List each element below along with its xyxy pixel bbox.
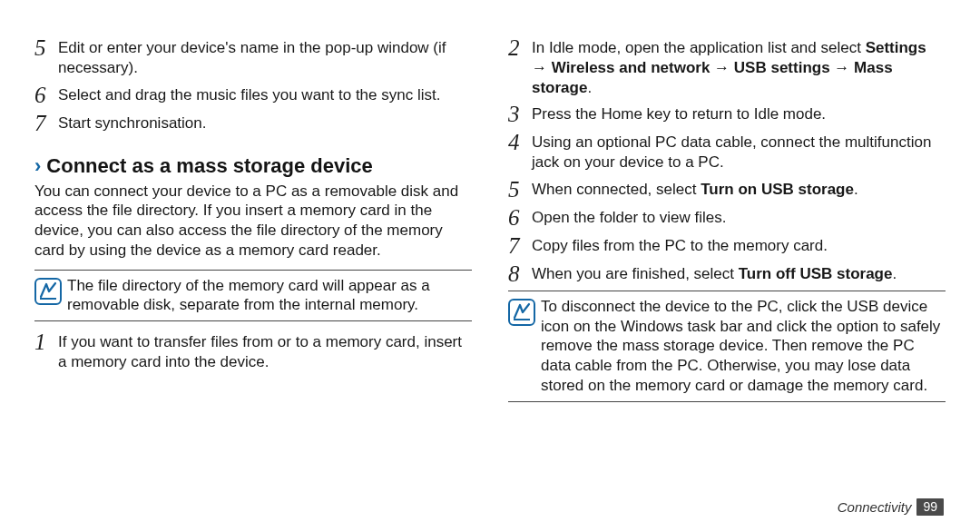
step-text: When connected, select Turn on USB stora… (532, 178, 946, 200)
step-item: 7 Copy files from the PC to the memory c… (508, 234, 946, 257)
step-text: If you want to transfer files from or to… (58, 330, 472, 372)
footer-page-number: 99 (916, 498, 944, 516)
right-column: 2 In Idle mode, open the application lis… (490, 36, 946, 532)
step-item: 8 When you are finished, select Turn off… (508, 262, 946, 285)
page-footer: Connectivity 99 (838, 498, 944, 516)
chevron-icon: › (34, 156, 41, 176)
step-item: 5 Edit or enter your device's name in th… (34, 36, 472, 78)
step-number: 7 (508, 234, 532, 257)
step-number: 3 (508, 103, 532, 125)
step-item: 6 Open the folder to view files. (508, 206, 946, 229)
step-number: 5 (34, 36, 58, 59)
step-text: When you are finished, select Turn off U… (532, 262, 946, 284)
step-text: Copy files from the PC to the memory car… (532, 234, 946, 256)
step-number: 6 (508, 206, 532, 229)
step-text: In Idle mode, open the application list … (532, 36, 946, 97)
step-item: 2 In Idle mode, open the application lis… (508, 36, 946, 97)
step-number: 5 (508, 178, 532, 201)
step-text: Using an optional PC data cable, connect… (532, 131, 946, 172)
section-heading: › Connect as a mass storage device (34, 154, 472, 178)
step-text: Press the Home key to return to Idle mod… (532, 103, 946, 124)
step-number: 1 (34, 330, 58, 353)
step-text: Edit or enter your device's name in the … (58, 36, 472, 78)
footer-section: Connectivity (838, 499, 912, 515)
step-item: 1 If you want to transfer files from or … (34, 330, 472, 372)
step-item: 4 Using an optional PC data cable, conne… (508, 131, 946, 172)
note-icon (34, 278, 67, 307)
section-title: Connect as a mass storage device (46, 154, 373, 178)
left-column: 5 Edit or enter your device's name in th… (34, 36, 490, 532)
step-number: 4 (508, 131, 532, 153)
note-icon (508, 299, 541, 328)
step-text: Open the folder to view files. (532, 206, 946, 228)
document-page: 5 Edit or enter your device's name in th… (0, 0, 980, 532)
step-item: 7 Start synchronisation. (34, 112, 472, 134)
step-text: Start synchronisation. (58, 112, 472, 133)
note-text: The file directory of the memory card wi… (67, 276, 472, 316)
step-number: 7 (34, 112, 58, 134)
note-block: The file directory of the memory card wi… (34, 270, 472, 322)
step-number: 6 (34, 84, 58, 106)
note-block: To disconnect the device to the PC, clic… (508, 291, 946, 402)
step-item: 6 Select and drag the music files you wa… (34, 84, 472, 106)
step-number: 8 (508, 262, 532, 285)
section-description: You can connect your device to a PC as a… (34, 182, 472, 261)
note-text: To disconnect the device to the PC, clic… (541, 297, 946, 396)
step-number: 2 (508, 36, 532, 59)
step-text: Select and drag the music files you want… (58, 84, 472, 105)
step-item: 5 When connected, select Turn on USB sto… (508, 178, 946, 201)
step-item: 3 Press the Home key to return to Idle m… (508, 103, 946, 125)
